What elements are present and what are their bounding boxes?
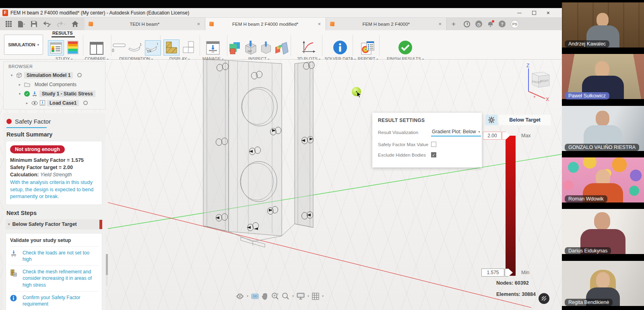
chevron-down-icon[interactable]: ▾ [247, 294, 248, 298]
visualization-dropdown[interactable]: Gradient Plot: Below ▾ [431, 128, 481, 136]
participant-tile[interactable]: GONZALO VALIÑO RIESTRA [562, 103, 644, 155]
step-link[interactable]: Check the mesh refinement and consider i… [23, 269, 99, 288]
eye-icon[interactable] [31, 101, 38, 105]
inspect-point-xyz-icon[interactable]: xyz [244, 41, 258, 55]
report-icon[interactable] [360, 41, 376, 55]
pan-icon[interactable] [262, 293, 268, 300]
file-menu-icon[interactable] [17, 21, 25, 27]
collapse-icon[interactable]: ▸ [17, 83, 22, 87]
workspace-selector[interactable]: SIMULATION ▾ [4, 35, 43, 55]
minimize-button[interactable] [517, 13, 522, 13]
tree-item-simulation-model[interactable]: ▾ Simulation Model 1 [4, 70, 105, 80]
zoom-icon[interactable]: ± [271, 292, 279, 300]
tree-item-label[interactable]: Study 1 - Static Stress [39, 91, 95, 97]
h-beam-model[interactable] [193, 60, 322, 249]
participant-tile[interactable]: Regita Bendikienė [562, 258, 644, 310]
expand-icon[interactable]: ▾ [8, 222, 10, 226]
deformation-scaled-icon[interactable]: 1XI [145, 41, 161, 55]
tree-item-study[interactable]: ▾ ✓ Study 1 - Static Stress [4, 89, 105, 98]
tree-item-label[interactable]: Model Components [32, 81, 79, 88]
tree-item-label[interactable]: Simulation Model 1 [24, 72, 73, 79]
look-at-icon[interactable] [251, 293, 259, 300]
chevron-down-icon[interactable]: ▾ [322, 294, 324, 298]
participant-tile[interactable]: Andrzej Kawalec [562, 0, 644, 52]
close-button[interactable]: × [547, 10, 550, 16]
orbit-icon[interactable] [236, 293, 244, 300]
display-mesh-icon[interactable] [164, 40, 179, 55]
legend-max-label: Max [521, 133, 531, 138]
ribbon-tab-results[interactable]: RESULTS [52, 31, 73, 35]
tree-item-model-components[interactable]: ▸ Model Components [4, 80, 105, 89]
loads-icon [10, 250, 19, 258]
deformation-actual-icon[interactable]: 1 [128, 41, 143, 55]
tree-item-label[interactable]: Load Case1 [47, 100, 79, 106]
tab-fem-h-beam-modified[interactable]: FEM H beam 2 F4000 modified* × [205, 18, 326, 30]
maximize-button[interactable] [532, 11, 536, 15]
visibility-radio-icon[interactable] [83, 101, 88, 105]
tab-close-icon[interactable]: × [438, 21, 442, 27]
finish-results-icon[interactable] [398, 40, 413, 55]
next-step-item[interactable]: Check the mesh refinement and consider i… [10, 265, 99, 291]
inspect-results-icon[interactable] [229, 41, 242, 55]
legend-min-input[interactable]: 1.575 [481, 269, 504, 277]
z-axis-label: Z [526, 63, 529, 68]
undo-icon[interactable] [43, 21, 52, 27]
collapse-icon[interactable]: ▸ [25, 101, 29, 105]
next-step-item[interactable]: Check the loads are not set too high [10, 246, 99, 265]
grid-settings-icon[interactable] [312, 293, 319, 300]
step-link[interactable]: Check the loads are not set too high [23, 250, 99, 262]
group-deformation: 0 1 1XI DEFORMATION ▾ [113, 38, 159, 61]
save-icon[interactable] [31, 21, 37, 27]
study-results-icon[interactable] [48, 41, 64, 55]
notifications-icon[interactable] [487, 21, 493, 27]
expand-icon[interactable]: ▾ [17, 92, 22, 96]
deformation-undeformed-icon[interactable]: 0 [111, 41, 126, 55]
chevron-down-icon[interactable]: ▾ [292, 294, 294, 298]
new-tab-button[interactable]: + [447, 18, 460, 30]
next-step-item[interactable]: Confirm your Safety Factor requirement [10, 291, 99, 310]
dialog-title: RESULT SETTINGS [378, 118, 476, 123]
extensions-icon[interactable] [464, 21, 470, 27]
home-icon[interactable] [72, 21, 78, 27]
solver-data-icon[interactable] [332, 40, 348, 55]
display-blocks-icon[interactable] [182, 41, 195, 55]
panel-scrollbar[interactable] [106, 254, 108, 286]
legend-mode-label[interactable]: Below Target [499, 115, 551, 125]
viewcube[interactable]: Z X × FRONT RIGHT [508, 62, 553, 103]
group-study: STUDY ▾ [47, 38, 81, 61]
redo-icon[interactable] [57, 21, 66, 27]
tab-tedi-h-beam[interactable]: TEDI H beam* × [85, 18, 205, 30]
legend-max-input[interactable]: 2.00 [483, 132, 502, 140]
step-link[interactable]: Confirm your Safety Factor requirement [23, 294, 99, 307]
app-menu-icon[interactable] [6, 21, 12, 27]
model-viewport[interactable]: BROWSER ▾ Simulation Model 1 ▸ Model Com… [0, 60, 562, 310]
2d-plots-icon[interactable] [301, 40, 316, 55]
tab-close-icon[interactable]: × [317, 21, 322, 27]
user-avatar[interactable]: PS [511, 20, 519, 28]
expand-icon[interactable]: ▾ [9, 73, 14, 77]
display-settings-icon[interactable] [297, 293, 305, 300]
participant-tile[interactable]: Roman Wdowik [562, 155, 644, 207]
visibility-radio-icon[interactable] [77, 73, 82, 77]
job-status-icon[interactable]: ◷ [475, 21, 482, 27]
participant-tile[interactable]: Darius Eidukynas [562, 207, 644, 258]
inspect-probe-icon[interactable] [260, 41, 272, 55]
result-type-title[interactable]: Safety Factor [15, 118, 51, 125]
chevron-down-icon[interactable]: ▾ [308, 294, 309, 298]
help-icon[interactable]: ? [499, 21, 506, 27]
compare-icon[interactable] [89, 41, 104, 55]
exclude-hidden-checkbox[interactable]: ✓ [431, 152, 436, 157]
max-value-checkbox[interactable] [431, 142, 436, 147]
legend-colors-icon[interactable] [66, 41, 80, 55]
legend-settings-button[interactable] [485, 115, 497, 125]
below-target-section[interactable]: ▾ Below Safety Factor Target [6, 219, 102, 229]
scrollbar-thumb[interactable] [106, 254, 108, 275]
tree-item-load-case[interactable]: ▸ Load Case1 [4, 98, 105, 107]
tab-fem-h-beam[interactable]: FEM H beam 2 F4000* × [326, 18, 447, 30]
inspect-slice-icon[interactable] [275, 41, 289, 55]
manage-icon[interactable] [206, 41, 220, 55]
max-value-label: Safety Factor Max Value [378, 142, 431, 147]
participant-tile[interactable]: Paweł Sułkowicz [562, 52, 644, 103]
tab-close-icon[interactable]: × [196, 21, 201, 27]
fit-icon[interactable] [282, 292, 289, 300]
